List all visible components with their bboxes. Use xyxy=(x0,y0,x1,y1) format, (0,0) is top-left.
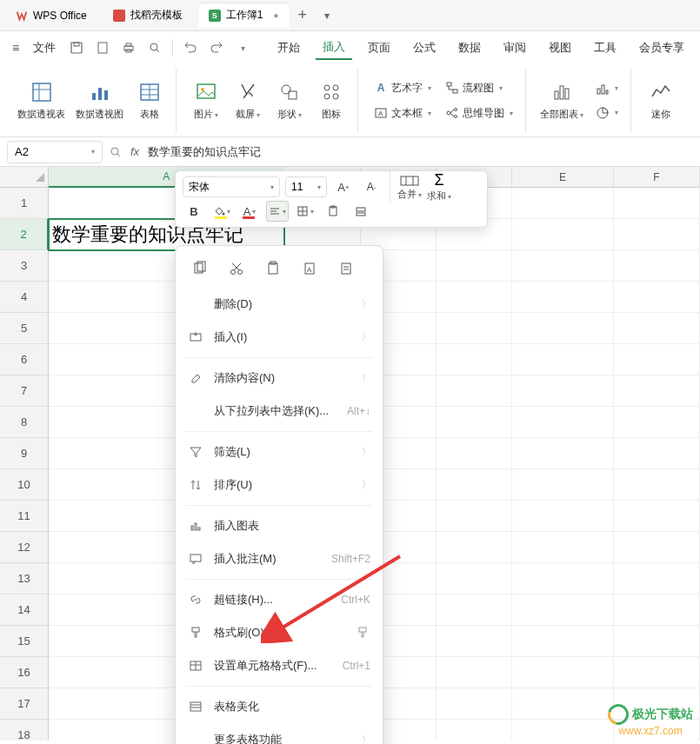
row-header-12[interactable]: 12 xyxy=(0,532,49,563)
cell-E6[interactable] xyxy=(512,344,614,375)
row-header-7[interactable]: 7 xyxy=(0,375,49,407)
picture-button[interactable]: 图片▾ xyxy=(187,76,225,124)
cell-D11[interactable] xyxy=(437,501,512,532)
screenshot-button[interactable]: 截屏▾ xyxy=(229,76,267,124)
cell-F2[interactable] xyxy=(614,219,700,250)
menu-tab-3[interactable]: 公式 xyxy=(406,36,443,60)
paintbrush-alt-icon[interactable] xyxy=(355,625,370,641)
flowchart-button[interactable]: 流程图▾ xyxy=(440,77,518,99)
cell-F13[interactable] xyxy=(614,563,700,595)
hamburger-icon[interactable]: ≡ xyxy=(7,41,24,55)
row-header-5[interactable]: 5 xyxy=(0,313,49,344)
row-header-10[interactable]: 10 xyxy=(0,469,49,501)
fill-color-button[interactable]: ▾ xyxy=(210,201,233,222)
ctx-format-painter[interactable]: 格式刷(O) xyxy=(176,616,383,649)
mini-button[interactable]: 迷你 xyxy=(642,76,680,124)
increase-font-button[interactable]: A+ xyxy=(332,176,355,197)
cell-E10[interactable] xyxy=(512,469,614,501)
row-header-17[interactable]: 17 xyxy=(0,688,49,720)
cell-F12[interactable] xyxy=(614,532,700,563)
textbox-button[interactable]: A 文本框▾ xyxy=(369,103,437,124)
cell-D13[interactable] xyxy=(437,563,512,595)
font-color-button[interactable]: A▾ xyxy=(238,201,261,222)
select-all-corner[interactable] xyxy=(0,167,49,188)
menu-tab-2[interactable]: 页面 xyxy=(361,36,397,60)
cell-D8[interactable] xyxy=(437,407,512,438)
cell-E11[interactable] xyxy=(512,501,614,532)
cell-F11[interactable] xyxy=(614,501,700,532)
pivot-table-button[interactable]: 数据透视表 xyxy=(14,76,69,124)
cell-F6[interactable] xyxy=(614,344,700,375)
cell-D10[interactable] xyxy=(437,469,512,501)
cell-D14[interactable] xyxy=(437,595,512,626)
ctx-filter[interactable]: 筛选(L) 〉 xyxy=(176,435,383,468)
font-select[interactable]: 宋体 ▾ xyxy=(183,176,280,197)
pivot-chart-button[interactable]: 数据透视图 xyxy=(72,76,127,124)
cell-D15[interactable] xyxy=(437,626,512,657)
menu-tab-5[interactable]: 审阅 xyxy=(497,36,533,60)
ctx-dropdown-pick[interactable]: 从下拉列表中选择(K)... Alt+↓ xyxy=(176,395,383,428)
cell-D12[interactable] xyxy=(437,532,512,563)
table-button[interactable]: 表格 xyxy=(130,76,169,124)
cell-D7[interactable] xyxy=(437,375,512,407)
cell-F5[interactable] xyxy=(614,313,700,344)
cell-E12[interactable] xyxy=(512,532,614,563)
wordart-button[interactable]: A 艺术字▾ xyxy=(369,77,437,99)
icons-button[interactable]: 图标 xyxy=(312,76,350,124)
row-header-9[interactable]: 9 xyxy=(0,438,49,469)
border-button[interactable]: ▾ xyxy=(294,201,317,222)
cell-E13[interactable] xyxy=(512,563,614,595)
cell-F14[interactable] xyxy=(614,595,700,626)
cell-D18[interactable] xyxy=(437,720,512,741)
cell-E14[interactable] xyxy=(512,595,614,626)
cell-F15[interactable] xyxy=(614,626,700,657)
menu-tab-6[interactable]: 视图 xyxy=(542,36,578,60)
app-tab-workbook[interactable]: S 工作簿1 ● xyxy=(198,3,290,28)
cell-F7[interactable] xyxy=(614,375,700,407)
cell-E9[interactable] xyxy=(512,438,614,469)
cell-E4[interactable] xyxy=(512,282,614,313)
format-button[interactable] xyxy=(350,201,372,222)
row-header-4[interactable]: 4 xyxy=(0,282,49,313)
row-header-15[interactable]: 15 xyxy=(0,626,49,657)
ctx-more[interactable]: 更多表格功能 〉 xyxy=(176,723,383,744)
menu-tab-8[interactable]: 会员专享 xyxy=(632,36,691,60)
cell-E7[interactable] xyxy=(512,375,614,407)
row-header-18[interactable]: 18 xyxy=(0,720,49,741)
cell-E8[interactable] xyxy=(512,407,614,438)
ctx-delete[interactable]: 删除(D) 〉 xyxy=(176,288,383,321)
mindmap-button[interactable]: 思维导图▾ xyxy=(440,103,518,124)
tab-menu-button[interactable]: ▾ xyxy=(316,10,338,22)
cell-D6[interactable] xyxy=(437,344,512,375)
fx-label[interactable]: fx xyxy=(130,145,139,158)
ctx-insert-comment[interactable]: 插入批注(M) Shift+F2 xyxy=(176,542,383,575)
cell-D4[interactable] xyxy=(437,282,512,313)
bold-button[interactable]: B xyxy=(183,201,205,222)
menu-tab-0[interactable]: 开始 xyxy=(270,36,307,60)
cell-E2[interactable] xyxy=(512,219,614,250)
decrease-font-button[interactable]: A- xyxy=(360,176,383,197)
formula-input[interactable]: 数学重要的知识点牢记 xyxy=(148,144,261,160)
cell-F16[interactable] xyxy=(614,657,700,688)
cell-D16[interactable] xyxy=(437,657,512,688)
tab-close-icon[interactable]: ● xyxy=(273,10,278,20)
row-header-6[interactable]: 6 xyxy=(0,344,49,375)
undo-icon[interactable] xyxy=(178,36,203,60)
ctx-hyperlink[interactable]: 超链接(H)... Ctrl+K xyxy=(176,583,383,616)
cell-F10[interactable] xyxy=(614,469,700,501)
fontsize-select[interactable]: 11 ▾ xyxy=(285,176,327,197)
redo-icon[interactable] xyxy=(204,36,229,60)
paste-icon[interactable] xyxy=(263,258,283,279)
name-box[interactable]: A2 ▾ xyxy=(7,141,103,163)
row-header-3[interactable]: 3 xyxy=(0,250,49,282)
ctx-insert[interactable]: 插入(I) 〉 xyxy=(176,321,383,354)
cell-D5[interactable] xyxy=(437,313,512,344)
cell-F9[interactable] xyxy=(614,438,700,469)
preview-icon[interactable] xyxy=(143,36,167,60)
shapes-button[interactable]: 形状▾ xyxy=(270,76,309,124)
copy-icon[interactable] xyxy=(190,258,210,279)
menu-tab-1[interactable]: 插入 xyxy=(316,36,352,60)
cell-D17[interactable] xyxy=(437,688,512,720)
row-header-13[interactable]: 13 xyxy=(0,563,49,595)
chart-type1-button[interactable]: ▾ xyxy=(590,78,623,99)
